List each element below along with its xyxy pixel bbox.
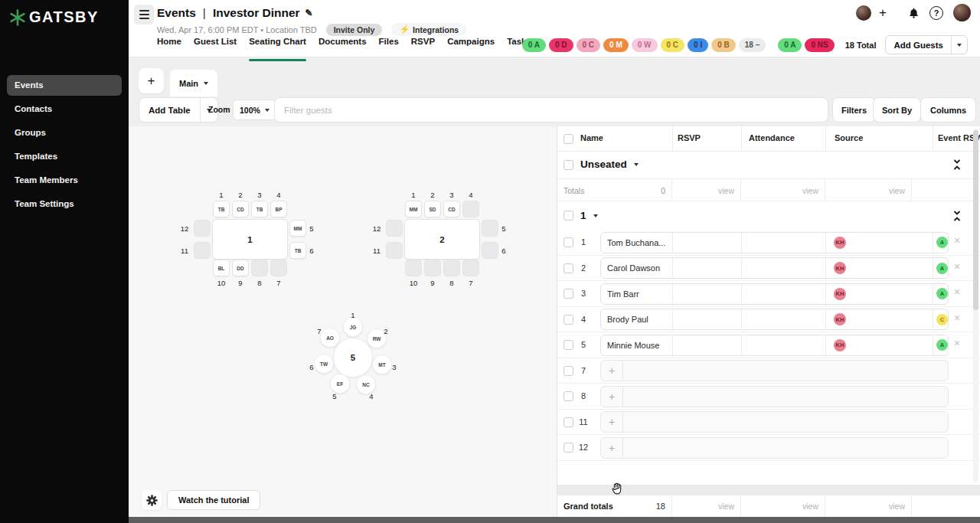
vertical-scrollbar[interactable] bbox=[973, 129, 978, 482]
guest-row[interactable]: 4Brody PaulKHC× bbox=[557, 307, 980, 333]
add-sheet-button[interactable]: + bbox=[139, 68, 164, 93]
seat-5-5[interactable]: EF bbox=[330, 374, 350, 394]
seat-2-3[interactable]: CD bbox=[443, 201, 460, 217]
stat-badge-0-m[interactable]: 0 M bbox=[603, 38, 629, 52]
chevron-down-icon[interactable] bbox=[593, 214, 598, 217]
seat-2-2[interactable]: SD bbox=[424, 201, 441, 217]
seat-1-10[interactable]: BL bbox=[213, 260, 230, 276]
group-checkbox[interactable] bbox=[564, 160, 573, 170]
guest-row-box[interactable]: Minnie MouseKHA bbox=[600, 335, 949, 356]
seat-2-1[interactable]: MM bbox=[405, 201, 422, 217]
remove-guest-button[interactable]: × bbox=[954, 235, 960, 246]
seat-1-11[interactable] bbox=[194, 242, 211, 259]
avatar[interactable] bbox=[856, 5, 871, 21]
view-link[interactable]: view bbox=[825, 495, 912, 517]
add-icon[interactable]: + bbox=[879, 6, 887, 19]
view-link[interactable]: view bbox=[741, 179, 825, 202]
view-link[interactable]: view bbox=[825, 179, 912, 202]
table-2[interactable]: 2 bbox=[404, 219, 480, 260]
seat-5-6[interactable]: TW bbox=[314, 354, 334, 374]
group-checkbox[interactable] bbox=[564, 211, 573, 221]
help-icon[interactable]: ? bbox=[929, 6, 943, 20]
guest-row[interactable]: 5Minnie MouseKHA× bbox=[557, 332, 980, 358]
column-header-attendance[interactable]: Attendance bbox=[749, 133, 795, 142]
stat-badge-0-w[interactable]: 0 W bbox=[632, 38, 658, 52]
stat-badge-0-ns[interactable]: 0 NS bbox=[805, 38, 834, 52]
filter-guests-input[interactable] bbox=[274, 97, 828, 123]
view-link[interactable]: view bbox=[672, 495, 741, 517]
table-5[interactable]: 5 bbox=[333, 338, 373, 378]
add-table-button[interactable]: Add Table bbox=[139, 97, 218, 123]
empty-seat-row[interactable]: + bbox=[600, 411, 949, 433]
stat-badge-0-a[interactable]: 0 A bbox=[778, 38, 802, 52]
breadcrumb-section[interactable]: Events bbox=[157, 6, 196, 20]
seat-5-7[interactable]: AO bbox=[320, 328, 340, 348]
seat-1-8[interactable] bbox=[251, 260, 268, 276]
group-label[interactable]: 1 bbox=[580, 210, 598, 221]
guest-row[interactable]: 2Carol DawsonKHA× bbox=[557, 256, 980, 282]
seat-2-8[interactable] bbox=[443, 260, 460, 276]
add-guest-to-seat-button[interactable]: + bbox=[601, 387, 623, 407]
seating-canvas[interactable]: 1TB1CD2TB3BP4MM5TB678DD9BL1011122MM1SD2C… bbox=[129, 126, 557, 517]
columns-button[interactable]: Columns bbox=[920, 97, 976, 123]
hamburger-menu-button[interactable] bbox=[134, 5, 154, 25]
chevron-down-icon[interactable] bbox=[204, 82, 208, 85]
column-header-rsvp[interactable]: RSVP bbox=[678, 133, 701, 142]
tab-campaigns[interactable]: Campaigns bbox=[447, 37, 495, 51]
stat-badge-0-c[interactable]: 0 C bbox=[577, 38, 601, 52]
seat-1-9[interactable]: DD bbox=[232, 260, 249, 276]
seat-1-12[interactable] bbox=[194, 220, 211, 237]
empty-seat-row[interactable]: + bbox=[600, 437, 949, 459]
bottom-scrollbar[interactable] bbox=[129, 517, 980, 523]
filters-button[interactable]: Filters bbox=[832, 97, 876, 123]
seat-2-4[interactable] bbox=[462, 201, 479, 217]
remove-guest-button[interactable]: × bbox=[954, 286, 960, 297]
zoom-select[interactable]: 100% bbox=[233, 100, 276, 120]
column-header-name[interactable]: Name bbox=[580, 133, 603, 142]
stat-badge-0-c[interactable]: 0 C bbox=[661, 38, 685, 52]
empty-seat-row[interactable]: + bbox=[600, 360, 949, 381]
stat-badge-0-b[interactable]: 0 B bbox=[711, 38, 736, 52]
guest-row-box[interactable]: Tom Buchana...KHA bbox=[600, 232, 949, 253]
group-label[interactable]: Unseated bbox=[580, 159, 639, 170]
sidebar-item-team-settings[interactable]: Team Settings bbox=[7, 194, 122, 214]
seat-2-10[interactable] bbox=[405, 260, 422, 276]
row-checkbox[interactable] bbox=[564, 263, 573, 273]
group-row-table-1[interactable]: 1 bbox=[557, 201, 980, 230]
settings-button[interactable] bbox=[142, 490, 162, 510]
row-checkbox[interactable] bbox=[564, 417, 573, 427]
collapse-icon[interactable] bbox=[952, 211, 962, 221]
empty-seat-row[interactable]: + bbox=[600, 386, 949, 407]
seat-2-7[interactable] bbox=[462, 260, 479, 276]
add-guest-to-seat-button[interactable]: + bbox=[601, 361, 623, 381]
guest-row[interactable]: 3Tim BarrKHA× bbox=[557, 281, 980, 307]
edit-icon[interactable]: ✎ bbox=[305, 8, 313, 18]
sidebar-item-team-members[interactable]: Team Members bbox=[7, 170, 122, 191]
seat-1-6[interactable]: TB bbox=[289, 242, 306, 259]
remove-guest-button[interactable]: × bbox=[954, 338, 960, 348]
row-checkbox[interactable] bbox=[564, 391, 573, 401]
seat-2-6[interactable] bbox=[482, 242, 498, 259]
sidebar-item-contacts[interactable]: Contacts bbox=[7, 99, 122, 119]
collapse-icon[interactable] bbox=[952, 159, 962, 170]
seat-1-3[interactable]: TB bbox=[251, 201, 268, 217]
seat-1-1[interactable]: TB bbox=[213, 201, 230, 217]
seat-1-7[interactable] bbox=[270, 260, 287, 276]
select-all-checkbox[interactable] bbox=[564, 134, 573, 144]
sheet-tab-main[interactable]: Main bbox=[170, 70, 217, 96]
seat-1-2[interactable]: CD bbox=[232, 201, 249, 217]
guest-row[interactable]: 8+ bbox=[557, 384, 980, 410]
chevron-down-icon[interactable] bbox=[952, 44, 967, 47]
user-avatar[interactable] bbox=[953, 4, 971, 21]
tab-documents[interactable]: Documents bbox=[318, 37, 367, 51]
sort-by-button[interactable]: Sort By bbox=[873, 97, 921, 123]
tab-guest-list[interactable]: Guest List bbox=[194, 37, 237, 51]
table-1[interactable]: 1 bbox=[212, 219, 288, 260]
seat-2-9[interactable] bbox=[424, 260, 441, 276]
tab-home[interactable]: Home bbox=[157, 37, 181, 51]
stat-badge-0-a[interactable]: 0 A bbox=[522, 38, 546, 52]
guest-row-box[interactable]: Carol DawsonKHA bbox=[600, 257, 949, 279]
watch-tutorial-button[interactable]: Watch the tutorial bbox=[167, 490, 260, 510]
remove-guest-button[interactable]: × bbox=[954, 312, 960, 323]
chevron-down-icon[interactable] bbox=[634, 163, 639, 166]
